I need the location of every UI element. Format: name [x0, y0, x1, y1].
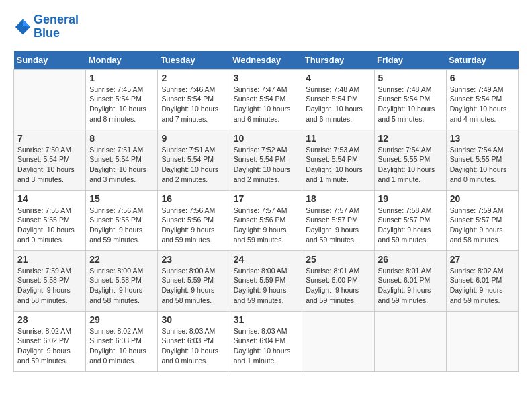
- col-header-saturday: Saturday: [446, 51, 518, 70]
- cell-sunset: Sunset: 5:57 PM: [450, 215, 515, 225]
- calendar-cell: [446, 311, 518, 371]
- cell-sunrise: Sunrise: 7:59 AM: [450, 205, 515, 216]
- cell-sunset: Sunset: 5:59 PM: [234, 275, 299, 285]
- cell-sunset: Sunset: 6:04 PM: [234, 336, 299, 346]
- cell-sunset: Sunset: 5:55 PM: [378, 154, 443, 165]
- cell-daylight: Daylight: 9 hours and 58 minutes.: [89, 285, 154, 305]
- cell-sunset: Sunset: 5:54 PM: [234, 154, 299, 165]
- cell-sunrise: Sunrise: 7:49 AM: [450, 85, 515, 95]
- day-number: 31: [234, 314, 299, 325]
- calendar-row-1: 1Sunrise: 7:45 AMSunset: 5:54 PMDaylight…: [14, 69, 519, 130]
- cell-daylight: Daylight: 9 hours and 59 minutes.: [450, 285, 515, 305]
- cell-sunrise: Sunrise: 7:59 AM: [17, 266, 82, 276]
- svg-marker-1: [23, 19, 30, 27]
- calendar-cell: 9Sunrise: 7:51 AMSunset: 5:54 PMDaylight…: [158, 130, 230, 190]
- cell-sunrise: Sunrise: 7:54 AM: [378, 145, 443, 155]
- cell-sunset: Sunset: 5:57 PM: [378, 215, 443, 225]
- calendar-cell: [302, 311, 374, 371]
- calendar-cell: 19Sunrise: 7:58 AMSunset: 5:57 PMDayligh…: [374, 190, 446, 250]
- page-header: General Blue: [13, 13, 519, 40]
- logo: General Blue: [13, 13, 79, 40]
- cell-daylight: Daylight: 10 hours and 1 minute.: [378, 165, 443, 184]
- cell-sunrise: Sunrise: 7:45 AM: [89, 85, 154, 95]
- calendar-cell: 25Sunrise: 8:01 AMSunset: 6:00 PMDayligh…: [302, 250, 374, 311]
- cell-sunset: Sunset: 6:03 PM: [89, 336, 154, 346]
- cell-sunset: Sunset: 6:00 PM: [306, 275, 370, 285]
- cell-sunrise: Sunrise: 7:52 AM: [234, 145, 299, 155]
- day-number: 12: [378, 133, 443, 144]
- cell-daylight: Daylight: 9 hours and 58 minutes.: [161, 285, 226, 305]
- cell-sunset: Sunset: 5:54 PM: [234, 94, 299, 104]
- day-number: 1: [89, 73, 154, 83]
- cell-daylight: Daylight: 9 hours and 59 minutes.: [89, 225, 154, 244]
- calendar-row-4: 21Sunrise: 7:59 AMSunset: 5:58 PMDayligh…: [14, 250, 519, 311]
- day-number: 30: [161, 314, 226, 325]
- logo-line1: General: [34, 13, 79, 27]
- cell-daylight: Daylight: 10 hours and 0 minutes.: [450, 165, 515, 184]
- cell-sunset: Sunset: 5:59 PM: [161, 275, 226, 285]
- day-number: 9: [161, 133, 226, 144]
- day-number: 5: [378, 73, 443, 83]
- calendar-row-5: 28Sunrise: 8:02 AMSunset: 6:02 PMDayligh…: [14, 311, 519, 371]
- calendar-cell: 30Sunrise: 8:03 AMSunset: 6:03 PMDayligh…: [158, 311, 230, 371]
- cell-sunset: Sunset: 5:54 PM: [306, 154, 370, 165]
- cell-daylight: Daylight: 9 hours and 59 minutes.: [234, 225, 299, 244]
- cell-daylight: Daylight: 10 hours and 3 minutes.: [17, 165, 82, 184]
- calendar-cell: 15Sunrise: 7:56 AMSunset: 5:55 PMDayligh…: [86, 190, 158, 250]
- cell-sunrise: Sunrise: 8:01 AM: [378, 266, 443, 276]
- calendar-cell: 16Sunrise: 7:56 AMSunset: 5:56 PMDayligh…: [158, 190, 230, 250]
- cell-daylight: Daylight: 10 hours and 5 minutes.: [378, 104, 443, 124]
- calendar-cell: 18Sunrise: 7:57 AMSunset: 5:57 PMDayligh…: [302, 190, 374, 250]
- cell-daylight: Daylight: 9 hours and 58 minutes.: [450, 225, 515, 244]
- day-number: 14: [17, 193, 82, 204]
- col-header-sunday: Sunday: [14, 51, 86, 70]
- calendar-cell: 29Sunrise: 8:02 AMSunset: 6:03 PMDayligh…: [86, 311, 158, 371]
- day-number: 6: [450, 73, 515, 83]
- calendar-cell: [14, 69, 86, 130]
- col-header-wednesday: Wednesday: [230, 51, 302, 70]
- cell-daylight: Daylight: 10 hours and 7 minutes.: [161, 104, 226, 124]
- cell-sunrise: Sunrise: 8:00 AM: [234, 266, 299, 276]
- calendar-row-3: 14Sunrise: 7:55 AMSunset: 5:55 PMDayligh…: [14, 190, 519, 250]
- cell-sunset: Sunset: 5:54 PM: [161, 154, 226, 165]
- day-number: 17: [234, 193, 299, 204]
- cell-sunset: Sunset: 5:55 PM: [450, 154, 515, 165]
- cell-daylight: Daylight: 10 hours and 0 minutes.: [161, 346, 226, 365]
- calendar-cell: 26Sunrise: 8:01 AMSunset: 6:01 PMDayligh…: [374, 250, 446, 311]
- header-row: SundayMondayTuesdayWednesdayThursdayFrid…: [14, 51, 519, 70]
- day-number: 8: [89, 133, 154, 144]
- day-number: 27: [450, 254, 515, 265]
- cell-sunset: Sunset: 5:54 PM: [89, 154, 154, 165]
- calendar-cell: 5Sunrise: 7:48 AMSunset: 5:54 PMDaylight…: [374, 69, 446, 130]
- cell-sunrise: Sunrise: 8:02 AM: [450, 266, 515, 276]
- cell-sunrise: Sunrise: 7:47 AM: [234, 85, 299, 95]
- day-number: 11: [306, 133, 370, 144]
- day-number: 25: [306, 254, 370, 265]
- cell-daylight: Daylight: 9 hours and 59 minutes.: [306, 225, 370, 244]
- cell-sunrise: Sunrise: 7:50 AM: [17, 145, 82, 155]
- cell-daylight: Daylight: 10 hours and 1 minute.: [234, 346, 299, 365]
- cell-sunset: Sunset: 6:02 PM: [17, 336, 82, 346]
- day-number: 10: [234, 133, 299, 144]
- calendar-cell: 21Sunrise: 7:59 AMSunset: 5:58 PMDayligh…: [14, 250, 86, 311]
- cell-sunset: Sunset: 5:54 PM: [89, 94, 154, 104]
- calendar-cell: 4Sunrise: 7:48 AMSunset: 5:54 PMDaylight…: [302, 69, 374, 130]
- cell-sunset: Sunset: 5:57 PM: [306, 215, 370, 225]
- cell-sunrise: Sunrise: 7:53 AM: [306, 145, 370, 155]
- calendar-cell: 31Sunrise: 8:03 AMSunset: 6:04 PMDayligh…: [230, 311, 302, 371]
- cell-sunrise: Sunrise: 7:54 AM: [450, 145, 515, 155]
- cell-daylight: Daylight: 9 hours and 59 minutes.: [234, 285, 299, 305]
- cell-sunrise: Sunrise: 7:46 AM: [161, 85, 226, 95]
- col-header-thursday: Thursday: [302, 51, 374, 70]
- calendar-cell: 1Sunrise: 7:45 AMSunset: 5:54 PMDaylight…: [86, 69, 158, 130]
- cell-daylight: Daylight: 9 hours and 59 minutes.: [17, 346, 82, 365]
- day-number: 28: [17, 314, 82, 325]
- cell-sunrise: Sunrise: 7:57 AM: [234, 205, 299, 216]
- cell-daylight: Daylight: 9 hours and 59 minutes.: [378, 285, 443, 305]
- cell-daylight: Daylight: 10 hours and 6 minutes.: [234, 104, 299, 124]
- cell-sunrise: Sunrise: 7:57 AM: [306, 205, 370, 216]
- cell-sunrise: Sunrise: 8:00 AM: [161, 266, 226, 276]
- logo-icon: [13, 17, 32, 36]
- calendar-cell: 27Sunrise: 8:02 AMSunset: 6:01 PMDayligh…: [446, 250, 518, 311]
- cell-sunset: Sunset: 6:01 PM: [450, 275, 515, 285]
